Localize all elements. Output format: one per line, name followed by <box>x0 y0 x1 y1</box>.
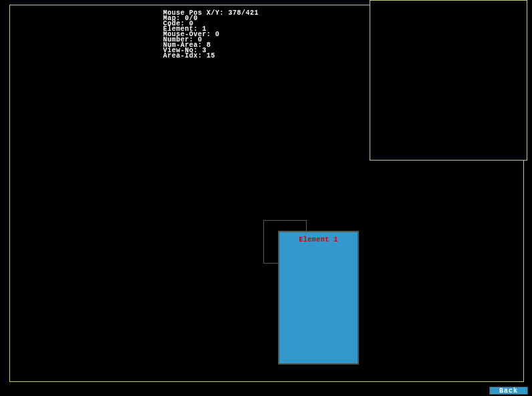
debug-area-idx-value: 15 <box>207 52 215 60</box>
debug-area-idx-label: Area-Idx: <box>163 52 203 60</box>
debug-num-area-value: 8 <box>207 41 211 49</box>
debug-mouse-pos-value: 378/421 <box>229 9 259 17</box>
element-box-label: Element 1 <box>279 236 358 243</box>
debug-mouse-over-value: 0 <box>215 31 220 38</box>
debug-info: Mouse Pos X/Y: 378/421 Map: 0/0 Code: 0 … <box>163 11 259 59</box>
element-box[interactable]: Element 1 <box>278 231 359 365</box>
side-panel-outline <box>370 0 527 161</box>
back-button[interactable]: Back <box>489 387 528 395</box>
back-button-label: Back <box>499 387 518 395</box>
